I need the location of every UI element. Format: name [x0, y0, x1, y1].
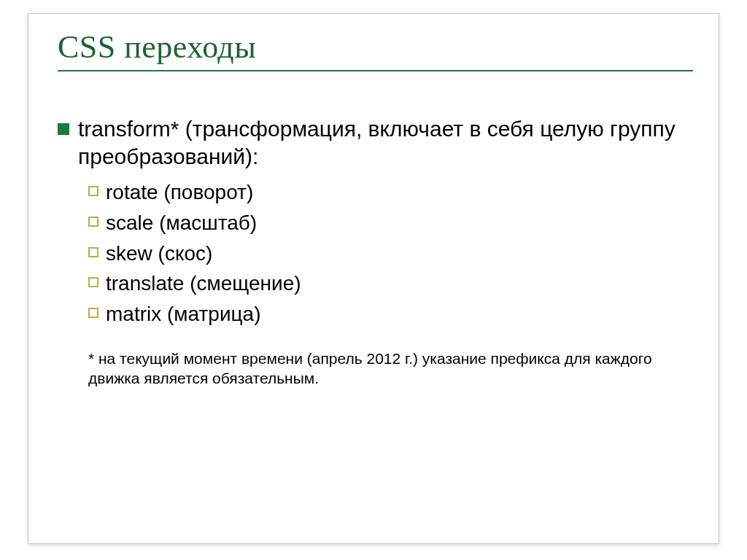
list-item: translate (смещение): [88, 270, 693, 298]
hollow-square-bullet-icon: [88, 186, 98, 196]
square-bullet-icon: [58, 123, 69, 135]
list-item-text: matrix (матрица): [106, 300, 693, 328]
hollow-square-bullet-icon: [88, 247, 98, 257]
slide: CSS переходы transform* (трансформация, …: [28, 13, 719, 544]
list-item: rotate (поворот): [88, 179, 693, 206]
list-item-text: translate (смещение): [106, 270, 693, 298]
footnote: * на текущий момент времени (апрель 2012…: [88, 349, 686, 389]
list-item: matrix (матрица): [88, 300, 693, 328]
list-item: scale (масштаб): [88, 209, 693, 237]
hollow-square-bullet-icon: [88, 217, 98, 227]
hollow-square-bullet-icon: [88, 308, 98, 318]
list-item-text: rotate (поворот): [106, 179, 693, 206]
content: transform* (трансформация, включает в се…: [58, 115, 693, 389]
title-container: CSS переходы: [58, 28, 693, 71]
list-item-main: transform* (трансформация, включает в се…: [58, 115, 693, 170]
list-item-text: transform* (трансформация, включает в се…: [78, 115, 693, 170]
list-item-text: skew (скос): [106, 240, 693, 268]
list-item: skew (скос): [88, 240, 693, 268]
hollow-square-bullet-icon: [88, 277, 98, 287]
list-item-text: scale (масштаб): [106, 209, 693, 237]
slide-title: CSS переходы: [58, 28, 693, 66]
